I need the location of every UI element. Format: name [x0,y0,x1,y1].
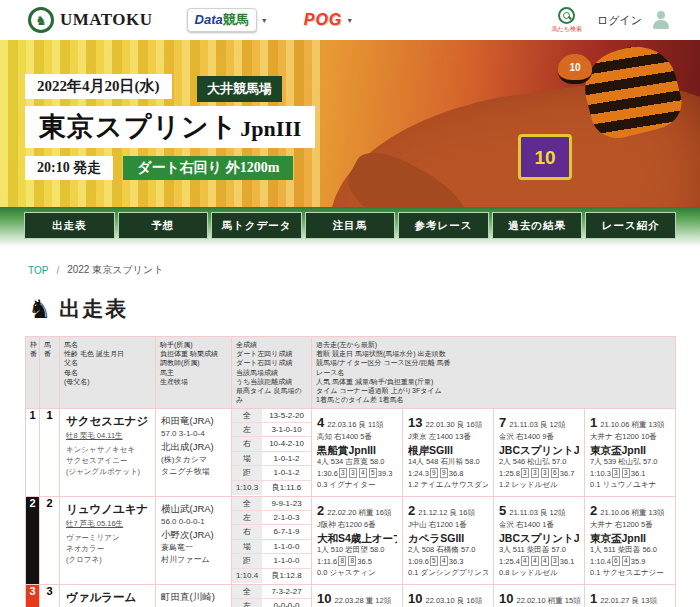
jockey-weight-record: 57.0 3-1-0-4 [161,428,226,440]
race-name-link[interactable]: 東京盃JpnII [590,443,670,458]
search-caption: 馬たち検索 [552,25,582,34]
past-race: 422.03.16 良 11頭 高知 右1400 5番 黒船賞JpnIII 4人… [312,408,403,496]
pog-logo-text: POG [304,11,343,29]
past-race: 1322.01.30 良 16頭 J東京 左1400 13番 根岸SGIII 1… [403,408,494,496]
record-cell: 全7-3-2-27 左0-0-0-0 右7-3-2-27 [232,584,312,607]
data-keiba-logo[interactable]: Data競馬 ▼ [187,8,268,32]
course-badge: ダート右回り 外1200m [123,156,293,180]
horse-name-link[interactable]: サクセスエナジー [66,414,149,429]
past-race: 122.01.27 良 13頭 大井 右1600 1番 初富士賞B1ーB2ー選抜… [585,584,676,607]
tab-chumokuba[interactable]: 注目馬 [305,212,396,239]
jockey-cell: 町田直(川崎) 56.0 1-0-0-5 [156,584,232,607]
corner-order: 54 [429,557,449,566]
race-grade: JpnIII [240,116,301,141]
user-icon[interactable] [650,9,672,31]
jockey-name-link[interactable]: 横山武(JRA) [161,502,226,516]
race-name-link[interactable]: 根岸SGIII [408,443,488,458]
col-header-record: 全成績ダート左回り成績ダート右回り成績当該馬場成績うち当該距離成績最高タイム 良… [232,337,312,409]
frame-number: 2 [26,496,40,584]
tab-yoso[interactable]: 予想 [118,212,209,239]
table-row: 1 1 サクセスエナジー 牡8 栗毛 04.11生 キンシャサノキセキ サクセス… [26,408,676,496]
entry-table: 枠番 馬番 馬名性齢 毛色 誕生月日父名母名(母父名) 騎手(所属)負担体重 騎… [25,336,676,607]
horse-number: 3 [40,584,60,607]
record-cell: 全9-9-1-23 左2-1-0-3 右6-7-1-9 場1-1-0-0 距1-… [232,496,312,584]
section-heading: ♞ 出走表 [28,295,700,323]
pog-logo[interactable]: POG ▼ [304,11,354,29]
horse-head-icon: ♞ [28,296,51,322]
hero-saddle-cloth: 10 [518,134,572,180]
horse-cell: リュウノユキナ 牡7 芦毛 05.16生 ヴァーミリアン ネオカラー (クロフネ… [60,496,156,584]
past-race: 521.11.03 良 12頭 金沢 右1400 1番 JBCスプリントJpnI… [494,496,585,584]
umatoku-logo-icon: ♞ [28,7,54,33]
hero-jockey-helmet: 10 [558,54,592,84]
corner-order: 88 [337,557,357,566]
past-race: 221.12.12 良 16頭 J中山 右1200 1番 カペラSGIII 2人… [403,496,494,584]
horse-dam: ネオカラー [66,543,149,554]
owner-name: (株)タカシマ [161,454,226,466]
search-icon [558,7,575,24]
breadcrumb-separator: / [56,265,59,276]
jockey-cell: 和田竜(JRA) 57.0 3-1-0-4 北出成(JRA) (株)タカシマ タ… [156,408,232,496]
horse-dam: サクセスアイニー [66,455,149,466]
horse-damsire: (クロフネ) [66,554,149,565]
login-button[interactable]: ログイン [597,13,642,28]
col-header-past-races: 過去走(左から最新)着順 競走日 馬場状態(馬場水分) 出走頭数競馬場/ナイター… [312,337,676,409]
frame-number: 1 [26,408,40,496]
race-name-link[interactable]: JBCスプリントJpnI [499,531,579,546]
horse-damsire: (ジャングルポケット) [66,466,149,477]
horse-cell: サクセスエナジー 牡8 栗毛 04.11生 キンシャサノキセキ サクセスアイニー… [60,408,156,496]
tab-shussohyo[interactable]: 出走表 [24,212,115,239]
tab-kako-kekka[interactable]: 過去の結果 [492,212,583,239]
search-button[interactable]: 馬たち検索 [545,7,589,34]
race-name-link[interactable]: カペラSGIII [408,531,488,546]
table-header-row: 枠番 馬番 馬名性齢 毛色 誕生月日父名母名(母父名) 騎手(所属)負担体重 騎… [26,337,676,409]
jockey-weight-record: 56.0 0-0-0-1 [161,516,226,528]
horse-name-link[interactable]: リュウノユキナ [66,502,149,517]
race-title-box: 東京スプリントJpnIII [25,106,315,148]
tab-race-shokai[interactable]: レース紹介 [585,212,676,239]
horse-number: 2 [40,496,60,584]
past-race: 1022.03.10 良 16頭 大井 右1400 5番 夢見月賞A2B1ー選抜… [403,584,494,607]
chevron-down-icon: ▼ [346,17,353,24]
horse-sire: ヴァーミリアン [66,532,149,543]
record-cell: 全13-5-2-20 左3-1-0-10 右10-4-2-10 場1-0-1-2… [232,408,312,496]
umatoku-logo-text: UMATOKU [60,10,153,30]
jockey-name-link[interactable]: 町田直(川崎) [161,590,226,604]
header-right: 馬たち検索 ログイン [545,7,672,34]
race-name-link[interactable]: 東京盃JpnII [590,531,670,546]
col-header-frame: 枠番 [26,337,40,409]
start-time: 20:10 発走 [25,156,113,180]
top-bar: ♞ UMATOKU Data競馬 ▼ POG ▼ 馬たち検索 ログイン [0,0,700,40]
tab-sanko-race[interactable]: 参考レース [398,212,489,239]
page-title: 出走表 [59,295,128,323]
corner-order: 99 [429,469,449,478]
table-row: 2 2 リュウノユキナ 牡7 芦毛 05.16生 ヴァーミリアン ネオカラー (… [26,496,676,584]
corner-order: 3345 [338,469,378,478]
trainer-name: 小野次(JRA) [161,528,226,542]
horse-info: 牡7 芦毛 05.16生 [66,519,149,529]
breadcrumb-top-link[interactable]: TOP [28,265,48,276]
past-race: 221.10.06 稍重 13頭 大井ナ 右1200 5番 東京盃JpnII 1… [585,496,676,584]
corner-order: 3336 [520,469,560,478]
umatoku-logo[interactable]: ♞ UMATOKU [28,7,153,33]
corner-order: 64 [611,557,631,566]
past-race: 721.11.03 良 12頭 金沢 右1400 9番 JBCスプリントJpnI… [494,408,585,496]
venue-badge: 大井競馬場 [197,76,282,102]
jockey-cell: 横山武(JRA) 56.0 0-0-0-1 小野次(JRA) 蓑島竜一 村川ファ… [156,496,232,584]
frame-number: 3 [26,584,40,607]
owner-name: 蓑島竜一 [161,542,226,554]
jockey-name-link[interactable]: 和田竜(JRA) [161,414,226,428]
race-name-link[interactable]: 黒船賞JpnIII [317,443,397,458]
chevron-down-icon: ▼ [261,17,268,24]
farm-name: 村川ファーム [161,554,226,566]
horse-name-link[interactable]: ヴァルラーム [66,590,149,605]
col-header-jockey: 騎手(所属)負担体重 騎乗成績調教師(所属)馬主生産牧場 [156,337,232,409]
race-name-link[interactable]: JBCスプリントJpnI [499,443,579,458]
race-name-link[interactable]: 大和S4歳上オープン [317,531,397,546]
horse-sire: キンシャサノキセキ [66,444,149,455]
corner-order: 33 [611,469,631,478]
tab-umatoku-data[interactable]: 馬トクデータ [211,212,302,239]
table-row: 3 3 ヴァルラーム 牡6 青鹿毛 05.20生 町田直(川崎) 56.0 1-… [26,584,676,607]
trainer-name: 北出成(JRA) [161,440,226,454]
breadcrumb: TOP / 2022 東京スプリント [28,263,700,277]
